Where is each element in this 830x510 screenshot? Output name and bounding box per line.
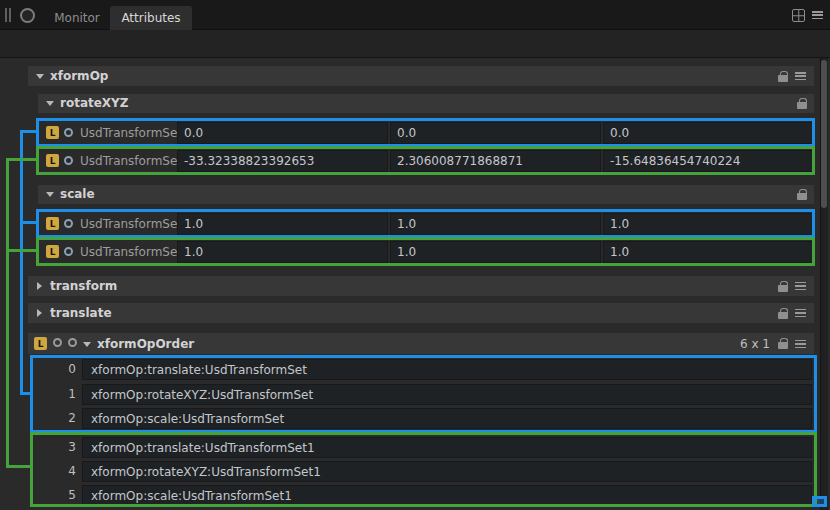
drag-handle[interactable] <box>5 8 11 22</box>
y-field[interactable]: 1.0 <box>390 241 601 263</box>
lock-icon[interactable] <box>797 193 807 200</box>
section-header-scale[interactable]: scale <box>38 185 814 204</box>
section-label: rotateXYZ <box>60 96 129 110</box>
lock-icon[interactable] <box>778 312 788 319</box>
history-icon[interactable] <box>53 338 62 347</box>
attribute-label: UsdTransformSet <box>80 213 182 235</box>
layer-badge[interactable]: L <box>46 245 59 258</box>
section-header-translate[interactable]: translate <box>28 303 814 323</box>
x-field[interactable]: -33.32338823392653 <box>177 150 388 172</box>
attribute-label: UsdTransformSet <box>80 122 182 144</box>
collapse-triangle-icon[interactable] <box>37 282 42 290</box>
order-item-field[interactable]: xformOp:scale:UsdTransformSet1 <box>82 485 812 506</box>
path-bar: /Robot/MainControl/BodyShell/HeadNew <box>0 30 830 58</box>
scrollbar-thumb[interactable] <box>821 60 827 208</box>
section-header-xformop[interactable]: xformOp <box>28 66 814 86</box>
z-field[interactable]: -15.64836454740224 <box>603 150 814 172</box>
row-index: 1 <box>56 384 76 405</box>
collapse-triangle-icon[interactable] <box>36 74 44 79</box>
sync-icon[interactable] <box>68 338 77 347</box>
attribute-label: UsdTransformSet1 <box>80 241 190 263</box>
lock-icon[interactable] <box>797 102 807 109</box>
section-label: transform <box>50 279 117 293</box>
collapse-triangle-icon[interactable] <box>46 192 54 197</box>
order-item-field[interactable]: xformOp:translate:UsdTransformSet1 <box>82 437 812 458</box>
y-field[interactable]: 1.0 <box>390 213 601 235</box>
x-field[interactable]: 1.0 <box>177 241 388 263</box>
layer-badge[interactable]: L <box>46 126 59 139</box>
order-item-field[interactable]: xformOp:rotateXYZ:UsdTransformSet <box>82 384 812 405</box>
order-item-field[interactable]: xformOp:rotateXYZ:UsdTransformSet1 <box>82 461 812 482</box>
connection-icon[interactable] <box>64 219 73 228</box>
panel-options-icon[interactable] <box>20 8 35 23</box>
tab-attributes[interactable]: Attributes <box>110 6 192 30</box>
layer-badge[interactable]: L <box>34 337 47 350</box>
array-dims-label: 6 x 1 <box>740 337 770 351</box>
row-index: 2 <box>56 408 76 429</box>
section-label: scale <box>60 187 95 201</box>
order-item-field[interactable]: xformOp:scale:UsdTransformSet <box>82 408 812 429</box>
lock-icon[interactable] <box>778 342 788 349</box>
layer-badge[interactable]: L <box>46 154 59 167</box>
dock-options-icon[interactable] <box>792 9 805 22</box>
tab-monitor[interactable]: Monitor <box>46 6 108 30</box>
lock-icon[interactable] <box>778 285 788 292</box>
section-label: xformOpOrder <box>97 337 194 351</box>
vector3-fields: -33.32338823392653 2.306008771868871 -15… <box>177 150 814 172</box>
connection-icon[interactable] <box>64 247 73 256</box>
section-menu-icon[interactable] <box>795 282 806 291</box>
row-index: 4 <box>56 461 76 482</box>
lock-icon[interactable] <box>778 75 788 82</box>
connection-icon[interactable] <box>64 156 73 165</box>
collapse-triangle-icon[interactable] <box>37 309 42 317</box>
z-field[interactable]: 1.0 <box>603 213 814 235</box>
z-field[interactable]: 0.0 <box>603 122 814 144</box>
row-index: 3 <box>56 437 76 458</box>
vector3-fields: 0.0 0.0 0.0 <box>177 122 814 144</box>
layer-badge[interactable]: L <box>46 217 59 230</box>
tab-attributes-label: Attributes <box>121 11 180 25</box>
vector3-fields: 1.0 1.0 1.0 <box>177 213 814 235</box>
section-header-rotatexyz[interactable]: rotateXYZ <box>38 94 814 113</box>
collapse-triangle-icon[interactable] <box>83 342 91 347</box>
row-index: 5 <box>56 485 76 506</box>
tab-bar: Monitor Attributes <box>0 0 830 30</box>
vector3-fields: 1.0 1.0 1.0 <box>177 241 814 263</box>
section-menu-icon[interactable] <box>795 340 806 349</box>
tab-monitor-label: Monitor <box>54 11 100 25</box>
row-index: 0 <box>56 359 76 380</box>
section-label: xformOp <box>50 69 108 83</box>
collapse-triangle-icon[interactable] <box>46 101 54 106</box>
x-field[interactable]: 0.0 <box>177 122 388 144</box>
x-field[interactable]: 1.0 <box>177 213 388 235</box>
y-field[interactable]: 0.0 <box>390 122 601 144</box>
connection-icon[interactable] <box>64 128 73 137</box>
section-menu-icon[interactable] <box>795 309 806 318</box>
section-header-transform[interactable]: transform <box>28 276 814 296</box>
section-menu-icon[interactable] <box>795 72 806 81</box>
panel-menu-icon[interactable] <box>812 11 823 20</box>
z-field[interactable]: 1.0 <box>603 241 814 263</box>
y-field[interactable]: 2.306008771868871 <box>390 150 601 172</box>
section-header-xformoporder[interactable]: L xformOpOrder 6 x 1 <box>28 333 814 354</box>
section-label: translate <box>50 306 112 320</box>
order-item-field[interactable]: xformOp:translate:UsdTransformSet <box>82 359 812 380</box>
attribute-label: UsdTransformSet1 <box>80 150 190 172</box>
